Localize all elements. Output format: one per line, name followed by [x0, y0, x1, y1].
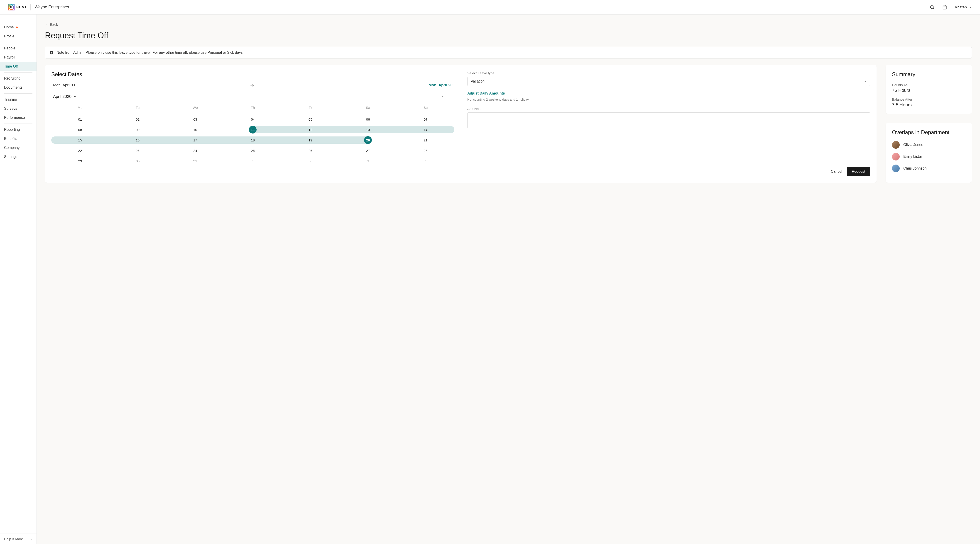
- calendar-day[interactable]: 17: [191, 136, 199, 144]
- calendar-dow: Tu: [109, 104, 167, 113]
- sidebar-item-profile[interactable]: Profile: [0, 32, 37, 41]
- calendar-day[interactable]: 4: [422, 157, 430, 165]
- sidebar-item-label: Surveys: [4, 106, 17, 111]
- help-more-button[interactable]: Help & More: [0, 534, 37, 544]
- calendar-day[interactable]: 25: [249, 147, 256, 154]
- search-icon[interactable]: [929, 5, 935, 10]
- sidebar-item-recruiting[interactable]: Recruiting: [0, 74, 37, 83]
- calendar-day[interactable]: 07: [422, 115, 430, 123]
- sidebar-item-company[interactable]: Company: [0, 143, 37, 152]
- calendar-day[interactable]: 16: [134, 136, 142, 144]
- calendar-day[interactable]: 04: [249, 115, 256, 123]
- prev-month-button[interactable]: [440, 94, 445, 99]
- range-highlight: [339, 136, 368, 144]
- date-from[interactable]: Mon, April 11: [53, 83, 76, 87]
- calendar-dow: Su: [397, 104, 454, 113]
- request-button[interactable]: Request: [846, 167, 870, 176]
- balance-after-value: 7.5 Hours: [892, 102, 966, 108]
- sidebar-item-people[interactable]: People: [0, 44, 37, 53]
- calendar-day[interactable]: 01: [76, 115, 84, 123]
- calendar-cell: 10: [167, 125, 224, 134]
- user-menu[interactable]: Kristen: [955, 5, 972, 10]
- calendar-day[interactable]: 24: [191, 147, 199, 154]
- calendar-day[interactable]: 14: [422, 126, 430, 133]
- topbar: H HUMI Wayne Enterprises Kristen: [0, 0, 980, 14]
- calendar-cell: 15: [51, 136, 109, 144]
- calendar-section: Select Dates Mon, April 11 Mon, April 20…: [51, 71, 461, 176]
- nav-divider: [4, 72, 32, 73]
- calendar-day[interactable]: 21: [422, 136, 430, 144]
- sidebar-item-label: Recruiting: [4, 76, 21, 81]
- calendar-day[interactable]: 10: [191, 126, 199, 133]
- chevron-right-icon: [449, 95, 451, 98]
- date-to[interactable]: Mon, April 20: [428, 83, 453, 87]
- chevron-down-icon: [864, 80, 867, 83]
- adjust-daily-amounts-link[interactable]: Adjust Daily Amounts: [467, 91, 870, 95]
- sidebar-item-time-off[interactable]: Time Off: [0, 62, 37, 71]
- calendar-cell: 23: [109, 146, 167, 155]
- calendar-day[interactable]: 13: [364, 126, 372, 133]
- calendar-cell: 24: [167, 146, 224, 155]
- note-textarea[interactable]: [467, 113, 870, 128]
- info-icon: i: [50, 51, 53, 54]
- month-label: April 2020: [53, 94, 72, 99]
- calendar-day[interactable]: 2: [307, 157, 314, 165]
- sidebar-item-surveys[interactable]: Surveys: [0, 104, 37, 113]
- sidebar-item-label: Settings: [4, 155, 17, 159]
- sidebar-item-documents[interactable]: Documents: [0, 83, 37, 92]
- calendar-dow: Mo: [51, 104, 109, 113]
- calendar-day[interactable]: 26: [307, 147, 314, 154]
- calendar-cell: 18: [224, 136, 282, 144]
- calendar-day[interactable]: 28: [422, 147, 430, 154]
- overlap-person[interactable]: Chris Johnson: [892, 165, 966, 172]
- leave-type-select[interactable]: Vacation: [467, 77, 870, 86]
- next-month-button[interactable]: [447, 94, 453, 99]
- calendar-day[interactable]: 23: [134, 147, 142, 154]
- calendar-day[interactable]: 08: [76, 126, 84, 133]
- sidebar-item-training[interactable]: Training: [0, 95, 37, 104]
- back-link[interactable]: Back: [45, 23, 58, 27]
- calendar-day[interactable]: 05: [307, 115, 314, 123]
- avatar: [892, 141, 900, 149]
- cancel-button[interactable]: Cancel: [831, 170, 842, 174]
- calendar-day[interactable]: 09: [134, 126, 142, 133]
- month-select[interactable]: April 2020: [53, 94, 76, 99]
- calendar-day[interactable]: 29: [76, 157, 84, 165]
- sidebar-item-reporting[interactable]: Reporting: [0, 125, 37, 134]
- calendar-day[interactable]: 22: [76, 147, 84, 154]
- calendar-day[interactable]: 1: [249, 157, 256, 165]
- calendar-grid: MoTuWeThFrSaSu01020304050607080910111213…: [51, 104, 454, 165]
- calendar-icon[interactable]: [942, 5, 948, 10]
- exclusion-note: Not counting 2 weekend days and 1 holida…: [467, 98, 870, 102]
- sidebar-item-label: Payroll: [4, 55, 15, 59]
- request-card: Select Dates Mon, April 11 Mon, April 20…: [45, 65, 877, 183]
- sidebar-item-label: Company: [4, 146, 19, 150]
- calendar-cell: 1: [224, 157, 282, 165]
- calendar-cell: 3: [339, 157, 397, 165]
- calendar-cell: 4: [397, 157, 454, 165]
- calendar-day[interactable]: 02: [134, 115, 142, 123]
- calendar-day[interactable]: 20: [364, 136, 372, 144]
- calendar-day[interactable]: 03: [191, 115, 199, 123]
- nav-divider: [4, 124, 32, 124]
- sidebar-item-performance[interactable]: Performance: [0, 113, 37, 122]
- sidebar-item-benefits[interactable]: Benefits: [0, 134, 37, 143]
- calendar-cell: 06: [339, 115, 397, 123]
- overlap-person[interactable]: Olivia Jones: [892, 141, 966, 149]
- calendar-day[interactable]: 3: [364, 157, 372, 165]
- logo[interactable]: H HUMI: [8, 4, 26, 10]
- page-title: Request Time Off: [45, 31, 972, 40]
- calendar-day[interactable]: 30: [134, 157, 142, 165]
- counts-as-value: 75 Hours: [892, 88, 966, 93]
- calendar-day[interactable]: 15: [76, 136, 84, 144]
- sidebar-item-payroll[interactable]: Payroll: [0, 53, 37, 62]
- sidebar-item-settings[interactable]: Settings: [0, 152, 37, 162]
- svg-rect-2: [943, 6, 947, 9]
- calendar-day[interactable]: 31: [191, 157, 199, 165]
- calendar-day[interactable]: 27: [364, 147, 372, 154]
- calendar-cell: 11: [224, 125, 282, 134]
- calendar-day[interactable]: 06: [364, 115, 372, 123]
- sidebar-item-home[interactable]: Home: [0, 23, 37, 32]
- calendar-cell: 28: [397, 146, 454, 155]
- overlap-person[interactable]: Emily Lister: [892, 153, 966, 160]
